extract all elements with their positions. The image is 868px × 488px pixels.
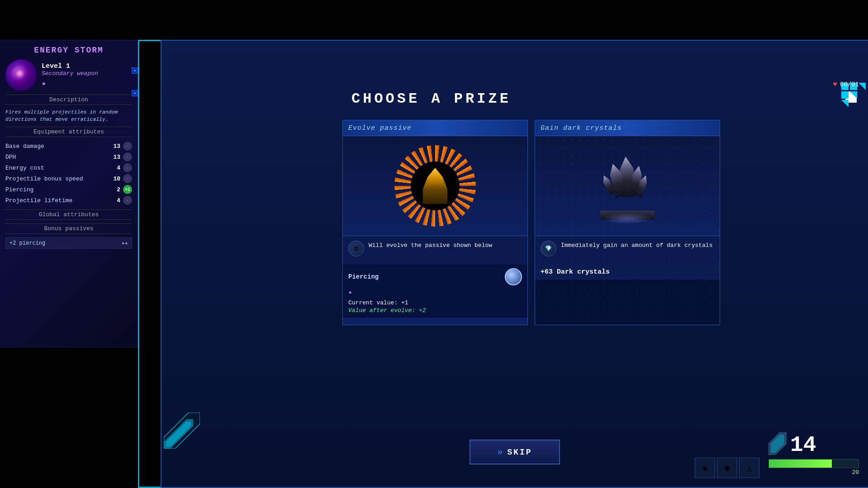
main-content: CHOOSE A PRIZE Evolve passive (161, 40, 868, 488)
ability-icon-1[interactable]: ◈ (695, 458, 715, 478)
bonus-passive-item: +2 piercing ★★ (5, 237, 132, 249)
dark-crystals-card[interactable]: Gain dark crystals (535, 120, 720, 325)
attr-row-base-damage: Base damage 13 ○ (5, 141, 132, 152)
bonus-passive-stars: ★★ (122, 240, 128, 246)
attr-value-piercing: 2 (109, 186, 120, 193)
attr-name-projectile-lifetime: Projectile lifetime (5, 197, 109, 204)
weapon-type: Secondary weapon (42, 70, 132, 77)
attr-row-projectile-lifetime: Projectile lifetime 4 ○ (5, 195, 132, 206)
crystals-card-title: Gain dark crystals (541, 124, 622, 132)
evolve-info-icon: ⚙ (348, 241, 364, 256)
ability-icons: ◈ ◉ △ (695, 458, 759, 478)
equipment-section-title: Equipment attributes (5, 127, 132, 137)
attr-value-base-damage: 13 (109, 143, 120, 150)
attr-value-dph: 13 (109, 154, 120, 161)
crystals-card-empty (535, 280, 720, 325)
attr-badge-base-damage: ○ (123, 142, 132, 151)
level-bar-fill (769, 460, 832, 468)
description-text: Fires multiple projectiles in random dir… (5, 109, 132, 123)
crystals-card-header: Gain dark crystals (535, 120, 720, 136)
level-number: 14 (790, 434, 816, 456)
attr-badge-piercing: +1 (123, 185, 132, 194)
value-after: Value after evolve: +2 (348, 307, 522, 314)
global-section-title: Global attributes (5, 209, 132, 220)
skip-arrows-icon: » (497, 447, 503, 457)
attributes-section: Base damage 13 ○ DPH 13 ○ Energy cost 4 … (5, 141, 132, 206)
evolve-passive-card[interactable]: Evolve passive ⚙ Will evolve the passive… (342, 120, 528, 325)
attr-name-projectile-speed: Projectile bonus speed (5, 175, 109, 182)
passive-label-row: Piercing (348, 268, 522, 285)
bonus-passive-name: +2 piercing (9, 240, 45, 246)
level-bar-container: 20 (768, 459, 859, 476)
score-text: 00/01 (840, 81, 859, 88)
bottom-right-hud: ◈ ◉ △ 14 20 (695, 432, 859, 478)
weapon-info: Level 1 Secondary weapon ★ (42, 62, 132, 88)
crystals-card-info: 💎 Immediately gain an amount of dark cry… (535, 236, 720, 265)
crystal-image (584, 143, 670, 229)
current-value: Current value: +1 (348, 299, 522, 306)
evolve-info-text: Will evolve the passive shown below (369, 241, 492, 250)
evolve-info-row: ⚙ Will evolve the passive shown below (348, 241, 522, 256)
attr-badge-projectile-lifetime: ○ (123, 196, 132, 205)
level-arrows (768, 432, 787, 457)
attr-value-projectile-speed: 10 (109, 175, 120, 182)
attr-row-energy-cost: Energy cost 4 ○ (5, 162, 132, 173)
attr-badge-energy-cost: ○ (123, 163, 132, 172)
passive-label: Piercing (348, 273, 379, 280)
weapon-icon (5, 59, 37, 91)
crystals-card-image (535, 136, 720, 236)
skip-button[interactable]: » SKIP (470, 440, 560, 464)
evolve-card-info: ⚙ Will evolve the passive shown below (343, 236, 527, 265)
attr-name-piercing: Piercing (5, 186, 109, 193)
bottom-left-arrows (164, 412, 200, 451)
passive-evolve-section: Piercing ★ Current value: +1 Value after… (343, 265, 527, 317)
crystal-cluster (598, 152, 657, 220)
level-display: 14 20 (768, 432, 859, 478)
attr-badge-dph: ○ (123, 152, 132, 161)
attr-value-energy-cost: 4 (109, 165, 120, 171)
attr-row-dph: DPH 13 ○ (5, 152, 132, 162)
evolve-card-header: Evolve passive (343, 120, 527, 136)
passive-star-row: ★ (348, 288, 522, 296)
attr-name-base-damage: Base damage (5, 143, 109, 150)
attr-row-projectile-speed: Projectile bonus speed 10 ○ (5, 173, 132, 184)
left-panel: ENERGY STORM Level 1 Secondary weapon ★ … (0, 40, 138, 347)
bonus-section-title: Bonus passives (5, 223, 132, 234)
crystal-glow (602, 213, 652, 224)
evolve-card-image (343, 136, 527, 236)
crystals-info-icon: 💎 (541, 241, 556, 256)
level-bar-bg (768, 459, 859, 468)
attr-value-projectile-lifetime: 4 (109, 197, 120, 204)
crystals-amount: +63 Dark crystals (535, 265, 720, 280)
passive-orb (505, 268, 522, 285)
svg-marker-4 (771, 435, 784, 453)
crystals-info-row: 💎 Immediately gain an amount of dark cry… (541, 241, 714, 256)
description-section-title: Description (5, 95, 132, 105)
score-icon: ♥ (833, 81, 837, 89)
panel-indicator-bottom (132, 90, 138, 96)
ability-icon-2[interactable]: ◉ (717, 458, 737, 478)
weapon-level: Level 1 (42, 62, 132, 70)
panel-indicator-top (132, 67, 138, 74)
ability-icon-3[interactable]: △ (739, 458, 759, 478)
weapon-star: ★ (42, 79, 132, 88)
hud-frame-left (138, 40, 139, 488)
evolve-card-title: Evolve passive (348, 124, 412, 132)
weapon-header: Level 1 Secondary weapon ★ (5, 59, 132, 91)
attr-row-piercing: Piercing 2 +1 (5, 184, 132, 195)
skip-label: SKIP (507, 448, 532, 457)
weapon-title: ENERGY STORM (5, 46, 132, 55)
prize-title: CHOOSE A PRIZE (351, 90, 511, 107)
level-bar-label: 20 (768, 469, 859, 476)
attr-name-energy-cost: Energy cost (5, 165, 109, 171)
top-right-score: ♥ 00/01 (833, 81, 859, 89)
attr-badge-projectile-speed: ○ (123, 174, 132, 183)
crystals-info-text: Immediately gain an amount of dark cryst… (561, 241, 712, 250)
attr-name-dph: DPH (5, 154, 109, 161)
cards-container: Evolve passive ⚙ Will evolve the passive… (342, 120, 720, 325)
evolve-image (390, 141, 480, 231)
